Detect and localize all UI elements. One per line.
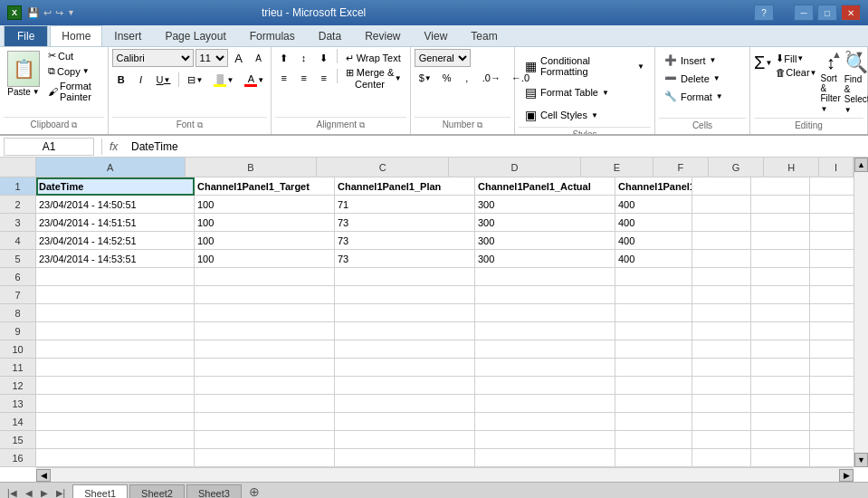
vertical-scrollbar[interactable]: ▲ ▼ bbox=[854, 158, 868, 467]
window-controls[interactable]: ? ─ □ ✕ bbox=[754, 5, 861, 21]
clear-button[interactable]: 🗑 Clear ▼ bbox=[776, 67, 816, 78]
list-item[interactable] bbox=[751, 377, 810, 395]
sheet-prev-btn[interactable]: ◀ bbox=[22, 486, 36, 498]
align-left-button[interactable]: ≡ bbox=[275, 69, 293, 87]
underline-button[interactable]: U▼ bbox=[152, 71, 176, 89]
format-button[interactable]: 🔧 Format ▼ bbox=[659, 89, 729, 104]
list-item[interactable] bbox=[692, 304, 751, 322]
list-item[interactable] bbox=[692, 214, 751, 232]
list-item[interactable] bbox=[36, 322, 195, 340]
scroll-down-btn[interactable]: ▼ bbox=[854, 453, 868, 467]
list-item[interactable] bbox=[475, 268, 615, 286]
fill-dropdown-icon[interactable]: ▼ bbox=[796, 54, 804, 62]
list-item[interactable] bbox=[615, 431, 692, 449]
col-header-h[interactable]: H bbox=[764, 158, 819, 177]
list-item[interactable] bbox=[615, 377, 692, 395]
list-item[interactable] bbox=[335, 304, 475, 322]
list-item[interactable] bbox=[751, 431, 810, 449]
row-header[interactable]: 7 bbox=[0, 286, 36, 304]
list-item[interactable]: 73 bbox=[335, 232, 475, 250]
corner-cell[interactable] bbox=[0, 158, 36, 177]
list-item[interactable] bbox=[36, 431, 195, 449]
delete-button[interactable]: ➖ Delete ▼ bbox=[659, 71, 726, 86]
tab-file[interactable]: File bbox=[4, 25, 48, 46]
list-item[interactable] bbox=[692, 232, 751, 250]
list-item[interactable] bbox=[615, 449, 692, 467]
sheet-tab-sheet3[interactable]: Sheet3 bbox=[186, 484, 242, 498]
list-item[interactable] bbox=[36, 304, 195, 322]
list-item[interactable] bbox=[195, 395, 335, 413]
list-item[interactable] bbox=[692, 250, 751, 268]
row-header[interactable]: 2 bbox=[0, 196, 36, 214]
list-item[interactable] bbox=[692, 377, 751, 395]
list-item[interactable] bbox=[751, 268, 810, 286]
close-btn[interactable]: ✕ bbox=[841, 5, 861, 21]
list-item[interactable] bbox=[751, 359, 810, 377]
list-item[interactable] bbox=[36, 449, 195, 467]
list-item[interactable]: 73 bbox=[335, 250, 475, 268]
tab-team[interactable]: Team bbox=[459, 25, 509, 46]
list-item[interactable] bbox=[36, 395, 195, 413]
copy-button[interactable]: ⧉ Copy ▼ bbox=[45, 64, 104, 78]
tab-formulas[interactable]: Formulas bbox=[238, 25, 307, 46]
list-item[interactable] bbox=[475, 286, 615, 304]
row-header[interactable]: 9 bbox=[0, 322, 36, 340]
list-item[interactable]: 300 bbox=[475, 214, 615, 232]
list-item[interactable] bbox=[751, 214, 810, 232]
maximize-btn[interactable]: □ bbox=[817, 5, 837, 21]
list-item[interactable]: 400 bbox=[615, 250, 692, 268]
list-item[interactable] bbox=[692, 268, 751, 286]
list-item[interactable] bbox=[36, 377, 195, 395]
list-item[interactable] bbox=[335, 449, 475, 467]
list-item[interactable] bbox=[810, 395, 854, 413]
scroll-up-btn[interactable]: ▲ bbox=[854, 158, 868, 172]
list-item[interactable] bbox=[810, 449, 854, 467]
list-item[interactable] bbox=[692, 449, 751, 467]
fill-button[interactable]: ⬇ Fill ▼ bbox=[776, 53, 816, 64]
font-color-dropdown-icon[interactable]: ▼ bbox=[257, 76, 264, 84]
list-item[interactable] bbox=[195, 431, 335, 449]
merge-center-button[interactable]: ⊞ Merge & Center ▼ bbox=[340, 69, 405, 87]
list-item[interactable] bbox=[475, 304, 615, 322]
list-item[interactable] bbox=[335, 322, 475, 340]
row-header[interactable]: 8 bbox=[0, 304, 36, 322]
row-header[interactable]: 5 bbox=[0, 250, 36, 268]
find-select-button[interactable]: 🔍 Find & Select ▼ bbox=[844, 53, 868, 114]
list-item[interactable] bbox=[475, 359, 615, 377]
col-header-f[interactable]: F bbox=[653, 158, 709, 177]
list-item[interactable] bbox=[810, 377, 854, 395]
sheet-next-btn[interactable]: ▶ bbox=[37, 486, 52, 498]
list-item[interactable] bbox=[615, 268, 692, 286]
col-header-i[interactable]: I bbox=[819, 158, 854, 177]
list-item[interactable] bbox=[810, 177, 854, 196]
list-item[interactable]: 23/04/2014 - 14:52:51 bbox=[36, 232, 195, 250]
list-item[interactable] bbox=[615, 286, 692, 304]
list-item[interactable] bbox=[335, 268, 475, 286]
conditional-formatting-button[interactable]: ▦ Conditional Formatting ▼ bbox=[519, 53, 651, 80]
conditional-dropdown-icon[interactable]: ▼ bbox=[637, 62, 644, 71]
list-item[interactable] bbox=[751, 232, 810, 250]
list-item[interactable] bbox=[335, 340, 475, 359]
sheet-tab-sheet1[interactable]: Sheet1 bbox=[72, 484, 128, 498]
list-item[interactable] bbox=[615, 413, 692, 431]
help-icon[interactable]: ? bbox=[845, 49, 851, 60]
list-item[interactable] bbox=[692, 431, 751, 449]
scroll-right-btn[interactable]: ▶ bbox=[839, 469, 854, 482]
list-item[interactable] bbox=[810, 413, 854, 431]
sheet-first-btn[interactable]: |◀ bbox=[4, 486, 21, 498]
list-item[interactable]: 23/04/2014 - 14:53:51 bbox=[36, 250, 195, 268]
copy-dropdown-icon[interactable]: ▼ bbox=[82, 67, 90, 75]
list-item[interactable]: DateTime bbox=[36, 177, 195, 196]
insert-button[interactable]: ➕ Insert ▼ bbox=[659, 53, 721, 68]
bold-button[interactable]: B bbox=[112, 71, 130, 89]
increase-font-btn[interactable]: A bbox=[230, 49, 248, 67]
list-item[interactable]: 300 bbox=[475, 250, 615, 268]
row-header[interactable]: 10 bbox=[0, 340, 36, 359]
list-item[interactable] bbox=[335, 377, 475, 395]
font-name-select[interactable]: Calibri bbox=[112, 49, 194, 67]
list-item[interactable] bbox=[335, 359, 475, 377]
format-dropdown-icon[interactable]: ▼ bbox=[716, 92, 723, 101]
list-item[interactable] bbox=[335, 431, 475, 449]
list-item[interactable] bbox=[751, 286, 810, 304]
list-item[interactable] bbox=[615, 340, 692, 359]
